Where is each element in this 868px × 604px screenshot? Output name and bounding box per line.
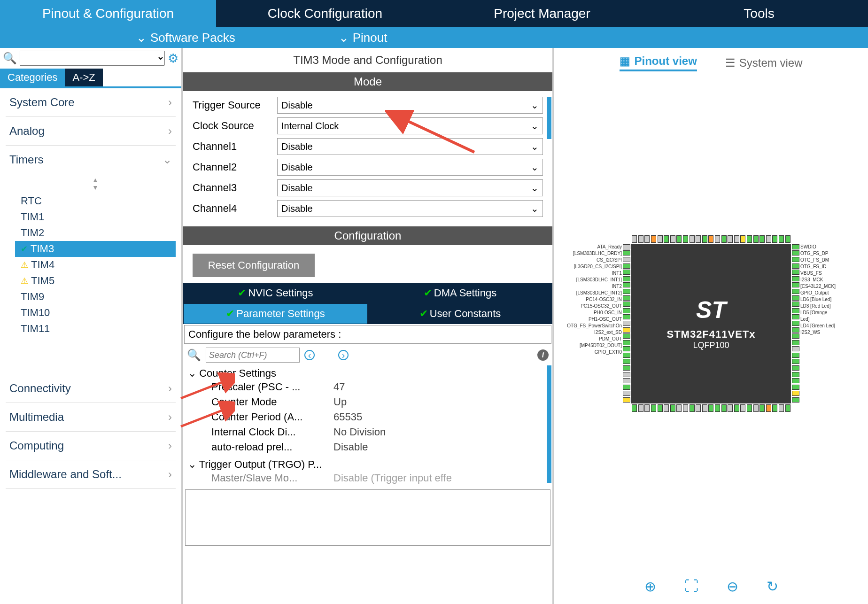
pin[interactable] xyxy=(792,308,799,313)
pin[interactable] xyxy=(792,391,799,396)
pin[interactable] xyxy=(644,235,650,243)
timer-tim2[interactable]: TIM2 xyxy=(15,225,176,241)
pin[interactable] xyxy=(734,404,739,412)
scrollbar-thumb[interactable] xyxy=(547,365,551,483)
pin[interactable] xyxy=(638,404,643,412)
pin[interactable] xyxy=(792,250,799,256)
pin[interactable] xyxy=(721,404,727,412)
pin[interactable] xyxy=(702,404,707,412)
pin[interactable] xyxy=(792,276,799,281)
zoom-out-icon[interactable]: ⊖ xyxy=(727,578,738,595)
pin[interactable] xyxy=(792,282,799,287)
pin[interactable] xyxy=(792,257,799,262)
pin[interactable] xyxy=(623,372,630,377)
pin[interactable] xyxy=(658,235,663,243)
tab-pinout-view[interactable]: ▦ Pinout view xyxy=(620,54,697,71)
pin[interactable] xyxy=(623,397,630,403)
pin[interactable] xyxy=(734,235,739,243)
timer-tim1[interactable]: TIM1 xyxy=(15,209,176,225)
tab-categories[interactable]: Categories xyxy=(0,69,65,86)
trigger-output-group[interactable]: ⌄ Trigger Output (TRGO) P... xyxy=(188,458,548,471)
pin[interactable] xyxy=(696,235,701,243)
pin[interactable] xyxy=(623,276,630,281)
pin[interactable] xyxy=(623,391,630,396)
pin[interactable] xyxy=(623,295,630,301)
tab-nvic-settings[interactable]: ✔NVIC Settings xyxy=(183,283,368,303)
pin[interactable] xyxy=(760,404,765,412)
pin[interactable] xyxy=(676,235,682,243)
timer-tim10[interactable]: TIM10 xyxy=(15,305,176,321)
pin[interactable] xyxy=(683,235,688,243)
next-icon[interactable]: › xyxy=(338,350,349,360)
channel2-select[interactable]: Disable⌄ xyxy=(277,159,543,176)
trigger-source-select[interactable]: Disable⌄ xyxy=(277,97,543,114)
search-icon[interactable]: 🔍 xyxy=(3,52,17,65)
pin[interactable] xyxy=(632,235,637,243)
pin[interactable] xyxy=(792,365,799,371)
pin[interactable] xyxy=(740,235,745,243)
pin[interactable] xyxy=(623,321,630,326)
pin[interactable] xyxy=(638,235,643,243)
pin[interactable] xyxy=(747,404,752,412)
prev-icon[interactable]: ‹ xyxy=(304,350,315,360)
pin[interactable] xyxy=(632,404,637,412)
timer-rtc[interactable]: RTC xyxy=(15,193,176,209)
subtab-software-packs[interactable]: ⌄ Software Packs xyxy=(122,31,249,45)
pin[interactable] xyxy=(644,404,650,412)
pin[interactable] xyxy=(664,235,669,243)
category-multimedia[interactable]: Multimedia› xyxy=(6,403,176,432)
pin[interactable] xyxy=(623,302,630,307)
param-internal-clock-div[interactable]: Internal Clock Di...No Division xyxy=(188,425,548,440)
channel1-select[interactable]: Disable⌄ xyxy=(277,138,543,155)
fit-screen-icon[interactable]: ⛶ xyxy=(684,578,698,595)
pin[interactable] xyxy=(792,359,799,364)
timer-tim3[interactable]: ✔TIM3 xyxy=(15,241,176,257)
clock-source-select[interactable]: Internal Clock⌄ xyxy=(277,117,543,134)
timer-tim5[interactable]: ⚠TIM5 xyxy=(15,273,176,289)
pin[interactable] xyxy=(785,235,790,243)
tab-clock-config[interactable]: Clock Configuration xyxy=(217,0,434,27)
pin[interactable] xyxy=(772,404,777,412)
zoom-in-icon[interactable]: ⊕ xyxy=(644,578,656,595)
param-auto-reload[interactable]: auto-reload prel...Disable xyxy=(188,440,548,455)
pin[interactable] xyxy=(696,404,701,412)
pin[interactable] xyxy=(690,404,695,412)
pin[interactable] xyxy=(651,235,656,243)
pin[interactable] xyxy=(792,314,799,319)
pin[interactable] xyxy=(753,404,759,412)
scrollbar-thumb[interactable] xyxy=(547,97,551,139)
category-computing[interactable]: Computing› xyxy=(6,432,176,460)
pin[interactable] xyxy=(715,404,720,412)
pin[interactable] xyxy=(623,346,630,351)
pin[interactable] xyxy=(623,353,630,358)
tab-az[interactable]: A->Z xyxy=(65,69,102,86)
gear-icon[interactable]: ⚙ xyxy=(168,51,178,66)
pin[interactable] xyxy=(670,404,675,412)
pin[interactable] xyxy=(721,235,727,243)
pin[interactable] xyxy=(772,235,777,243)
pin[interactable] xyxy=(623,257,630,262)
tab-system-view[interactable]: ☰ System view xyxy=(725,54,803,71)
subtab-pinout[interactable]: ⌄ Pinout xyxy=(325,31,402,45)
pin[interactable] xyxy=(623,308,630,313)
pin[interactable] xyxy=(623,244,630,249)
pin[interactable] xyxy=(792,346,799,351)
pin[interactable] xyxy=(792,244,799,249)
pin[interactable] xyxy=(651,404,656,412)
pin[interactable] xyxy=(623,289,630,294)
pin[interactable] xyxy=(792,333,799,339)
pin[interactable] xyxy=(728,404,733,412)
timer-tim11[interactable]: TIM11 xyxy=(15,321,176,337)
pin[interactable] xyxy=(760,235,765,243)
pin[interactable] xyxy=(702,235,707,243)
pin[interactable] xyxy=(623,263,630,269)
pin[interactable] xyxy=(766,235,771,243)
timer-tim4[interactable]: ⚠TIM4 xyxy=(15,257,176,273)
channel4-select[interactable]: Disable⌄ xyxy=(277,200,543,217)
tab-dma-settings[interactable]: ✔DMA Settings xyxy=(368,283,552,303)
pin[interactable] xyxy=(792,263,799,269)
pin[interactable] xyxy=(728,235,733,243)
category-system-core[interactable]: System Core› xyxy=(6,88,176,117)
pin[interactable] xyxy=(792,295,799,301)
category-timers[interactable]: Timers⌄ xyxy=(6,146,176,174)
